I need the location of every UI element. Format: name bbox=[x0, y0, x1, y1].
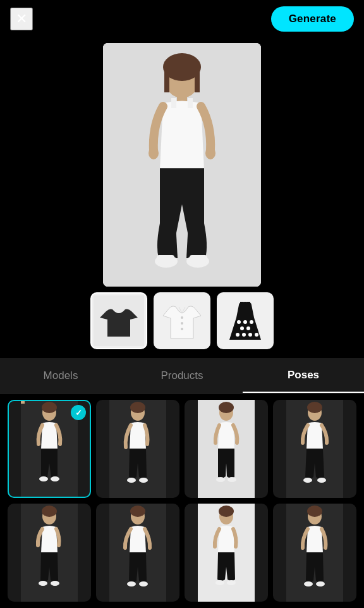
svg-point-41 bbox=[127, 478, 136, 483]
svg-point-46 bbox=[216, 477, 225, 482]
svg-point-36 bbox=[39, 476, 48, 481]
pose-6-svg bbox=[109, 504, 166, 602]
pose-item-8[interactable] bbox=[273, 504, 356, 602]
poses-grid: ✓ bbox=[0, 394, 364, 608]
svg-point-26 bbox=[240, 326, 244, 330]
svg-point-62 bbox=[139, 581, 148, 586]
svg-point-18 bbox=[181, 322, 183, 325]
svg-rect-7 bbox=[171, 98, 176, 108]
pose-7-svg bbox=[198, 504, 255, 602]
svg-point-9 bbox=[149, 147, 159, 159]
svg-point-65 bbox=[219, 506, 234, 517]
svg-point-72 bbox=[316, 581, 325, 586]
pose-item-6[interactable] bbox=[96, 504, 179, 602]
svg-point-27 bbox=[246, 326, 250, 330]
selected-check-1: ✓ bbox=[71, 405, 86, 420]
svg-rect-4 bbox=[164, 67, 169, 92]
svg-point-34 bbox=[42, 402, 57, 413]
svg-point-40 bbox=[130, 402, 145, 413]
tab-bar: Models Products Poses bbox=[0, 358, 364, 394]
svg-point-10 bbox=[205, 147, 215, 159]
pose-1-svg bbox=[21, 400, 78, 498]
pose-4-svg bbox=[286, 400, 343, 498]
header: ✕ Generate bbox=[0, 0, 364, 38]
svg-point-70 bbox=[307, 506, 322, 517]
svg-rect-8 bbox=[188, 98, 193, 108]
dress-polka-icon bbox=[220, 295, 270, 346]
svg-point-61 bbox=[127, 581, 136, 586]
svg-point-52 bbox=[317, 478, 326, 483]
svg-point-47 bbox=[228, 477, 236, 482]
svg-point-55 bbox=[42, 506, 57, 517]
tshirt-dark-icon bbox=[94, 295, 144, 346]
clothing-item-1[interactable] bbox=[90, 292, 147, 349]
svg-rect-35 bbox=[21, 400, 25, 404]
svg-point-50 bbox=[307, 402, 322, 413]
main-image-area bbox=[0, 38, 364, 291]
svg-point-23 bbox=[237, 320, 241, 324]
svg-point-29 bbox=[242, 333, 246, 337]
svg-point-28 bbox=[236, 333, 240, 337]
svg-point-17 bbox=[181, 316, 183, 319]
svg-rect-21 bbox=[240, 302, 243, 308]
svg-rect-14 bbox=[190, 255, 207, 263]
pose-item-1[interactable]: ✓ bbox=[8, 400, 91, 498]
pose-5-svg bbox=[21, 504, 78, 602]
clothing-item-2[interactable] bbox=[154, 292, 210, 349]
svg-point-71 bbox=[304, 581, 313, 586]
pose-2-svg bbox=[109, 400, 166, 498]
svg-point-37 bbox=[51, 476, 59, 481]
svg-point-30 bbox=[248, 333, 252, 337]
main-model-svg bbox=[103, 43, 261, 287]
svg-point-25 bbox=[250, 320, 253, 324]
tab-poses[interactable]: Poses bbox=[243, 358, 364, 393]
pose-item-4[interactable] bbox=[273, 400, 356, 498]
svg-point-60 bbox=[130, 506, 145, 517]
close-icon: ✕ bbox=[16, 12, 27, 26]
svg-rect-5 bbox=[195, 67, 200, 92]
svg-point-45 bbox=[219, 402, 234, 413]
svg-point-19 bbox=[181, 328, 183, 330]
svg-point-67 bbox=[227, 580, 236, 585]
svg-point-31 bbox=[255, 333, 258, 337]
pose-8-svg bbox=[286, 504, 343, 602]
pose-item-3[interactable] bbox=[185, 400, 268, 498]
svg-rect-13 bbox=[157, 255, 174, 263]
pose-item-5[interactable] bbox=[8, 504, 91, 602]
svg-point-42 bbox=[139, 478, 148, 483]
clothing-row bbox=[0, 292, 364, 349]
main-model-image bbox=[103, 43, 261, 287]
shirt-white-icon bbox=[157, 295, 207, 346]
svg-point-56 bbox=[39, 581, 47, 586]
svg-rect-22 bbox=[247, 302, 250, 308]
svg-point-66 bbox=[215, 580, 224, 585]
pose-3-svg bbox=[198, 400, 255, 498]
svg-point-24 bbox=[243, 320, 247, 324]
tab-models[interactable]: Models bbox=[0, 358, 121, 393]
pose-item-2[interactable] bbox=[96, 400, 179, 498]
clothing-item-3[interactable] bbox=[217, 292, 274, 349]
close-button[interactable]: ✕ bbox=[10, 8, 33, 30]
svg-point-57 bbox=[51, 581, 59, 586]
generate-button[interactable]: Generate bbox=[271, 6, 354, 32]
tab-products[interactable]: Products bbox=[121, 358, 243, 393]
svg-point-51 bbox=[303, 478, 312, 483]
pose-item-7[interactable] bbox=[185, 504, 268, 602]
